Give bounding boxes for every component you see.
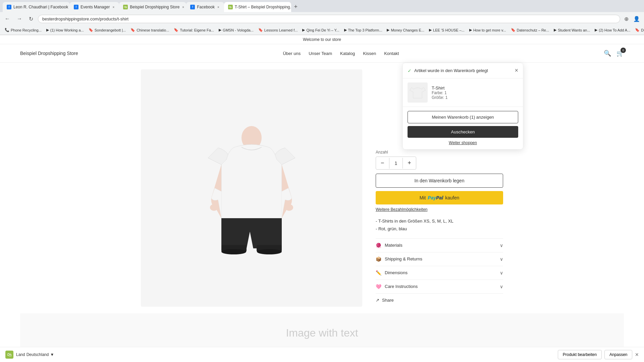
more-payment-button[interactable]: Weitere Bezahlmöglichkeiten <box>376 207 428 212</box>
extensions-button[interactable]: ⊕ <box>623 14 630 23</box>
welcome-bar: Welcome to our store <box>0 35 644 44</box>
farbe-value: 1 <box>444 90 447 95</box>
farbe-label: Farbe: <box>432 90 443 95</box>
accordion-shipping: 📦 Shipping & Returns ∨ <box>376 252 503 266</box>
bookmark-label-download: Download - Cook... <box>641 28 644 32</box>
accordion-shipping-left: 📦 Shipping & Returns <box>376 256 422 262</box>
quantity-decrease-button[interactable]: − <box>376 157 389 169</box>
cart-button[interactable]: 🛒 0 <box>616 50 624 57</box>
quantity-label: Anzahl <box>376 150 503 155</box>
product-tshirt-svg <box>195 118 309 258</box>
bookmark-lee-house[interactable]: ▶ LEE 'S HOUSE –... <box>427 27 467 33</box>
shopify-bar-close-button[interactable]: × <box>635 351 639 353</box>
tab-label-3: Beispiel Dropshipping Store <box>130 5 179 9</box>
country-value: Deutschland <box>26 352 49 353</box>
country-label: Land <box>16 352 25 353</box>
bookmark-label-top3: The Top 3 Platform... <box>348 28 382 32</box>
notification-close-button[interactable]: × <box>515 67 518 74</box>
notification-product-name: T-Shirt <box>432 85 518 90</box>
nav-kontakt[interactable]: Kontakt <box>384 51 399 56</box>
country-selector[interactable]: Land Deutschland ▼ <box>16 352 54 353</box>
accordion-shipping-header[interactable]: 📦 Shipping & Returns ∨ <box>376 252 503 266</box>
share-row[interactable]: ↗ Share <box>376 294 503 307</box>
nav-unser-team[interactable]: Unser Team <box>309 51 332 56</box>
notification-actions: Meinen Warenkorb (1) anzeigen Auschecken… <box>403 107 523 149</box>
bookmark-icon-money: ▶ <box>387 28 389 32</box>
view-cart-button[interactable]: Meinen Warenkorb (1) anzeigen <box>408 111 518 123</box>
bookmark-tutorial[interactable]: 🔖 Tutorial: Eigene Fa... <box>172 27 216 33</box>
tab-events-manager[interactable]: f Events Manager × <box>70 2 119 12</box>
profile-button[interactable]: 👤 <box>632 14 641 23</box>
svg-point-7 <box>257 249 282 254</box>
accordion-dimensions-header[interactable]: ✏️ Dimensions ∨ <box>376 266 503 280</box>
quantity-increase-button[interactable]: + <box>403 157 416 169</box>
tab-label-2: Events Manager <box>80 5 110 9</box>
add-to-cart-button[interactable]: In den Warenkorb legen <box>376 174 503 188</box>
tab-favicon-2: f <box>74 5 78 9</box>
bookmark-icon-datenschutz: 🔖 <box>511 28 516 32</box>
quantity-selector: − 1 + <box>376 157 416 170</box>
bookmark-chinese[interactable]: 🔖 Chinese translatio... <box>128 27 171 33</box>
check-icon: ✓ <box>408 68 412 73</box>
reload-button[interactable]: ↻ <box>27 14 35 23</box>
bookmark-money[interactable]: ▶ Money Changes E... <box>385 27 426 33</box>
bookmark-download[interactable]: 🔖 Download - Cook... <box>633 27 644 33</box>
checkout-button[interactable]: Auschecken <box>408 126 518 138</box>
accordion-materials-header[interactable]: 🧶 Materials ∨ <box>376 239 503 252</box>
address-bar[interactable] <box>38 15 620 23</box>
tab-facebook-leon[interactable]: f Leon R. Chaudhari | Facebook × <box>3 2 70 12</box>
nav-uber-uns[interactable]: Über uns <box>283 51 301 56</box>
accordion-care-header[interactable]: 🩷 Care Instructions ∨ <box>376 280 503 293</box>
nav-katalog[interactable]: Katalog <box>340 51 355 56</box>
customize-button[interactable]: Anpassen <box>604 350 632 353</box>
store-logo: Beispiel Dropshipping Store <box>20 51 78 56</box>
bookmark-gmsn[interactable]: ▶ GMSN - Vologda... <box>217 27 256 33</box>
bookmark-label-datenschutz: Datenschutz – Re... <box>517 28 549 32</box>
edit-product-button[interactable]: Produkt bearbeiten <box>558 350 602 353</box>
bookmark-how-add[interactable]: ▶ (2) How To Add A... <box>593 27 632 33</box>
accordion-dimensions-chevron: ∨ <box>500 270 503 276</box>
accordion-materials-label: Materials <box>385 243 402 248</box>
bookmark-top3[interactable]: ▶ The Top 3 Platform... <box>342 27 384 33</box>
tab-dropshipping-store[interactable]: 🛍 Beispiel Dropshipping Store × <box>119 2 186 12</box>
bookmark-lessons[interactable]: 🔖 Lessons Learned f... <box>256 27 300 33</box>
tab-close-2[interactable]: × <box>112 5 115 10</box>
bookmark-icon-lessons: 🔖 <box>258 28 263 32</box>
product-info: ✓ Artikel wurde in den Warenkorb gelegt … <box>376 69 503 307</box>
new-tab-button[interactable]: + <box>291 2 301 11</box>
bookmark-qing[interactable]: ▶ Qing Fei De Yi – Y... <box>300 27 341 33</box>
chevron-down-icon: ▼ <box>50 352 54 353</box>
paypal-prefix: Mit <box>420 195 426 200</box>
tab-close-4[interactable]: × <box>217 5 220 10</box>
bookmark-student[interactable]: ▶ Student Wants an... <box>552 27 592 33</box>
nav-kissen[interactable]: Kissen <box>363 51 376 56</box>
search-button[interactable]: 🔍 <box>604 50 611 57</box>
product-actions-area: Anzahl − 1 + In den Warenkorb legen Mit … <box>376 150 503 307</box>
tab-close-3[interactable]: × <box>181 5 185 10</box>
bookmark-more-v[interactable]: ▶ How to get more v... <box>467 27 508 33</box>
cart-badge: 0 <box>621 48 626 53</box>
tab-tshirt-active[interactable]: 🛍 T-Shirt – Beispiel Dropshipping... × <box>224 2 291 12</box>
paypal-button[interactable]: Mit PayPal kaufen <box>376 191 503 204</box>
bookmark-label-phone: Phone Recycling... <box>11 28 42 32</box>
tab-facebook[interactable]: f Facebook × <box>186 2 224 12</box>
bookmark-sonderangebot[interactable]: 🔖 Sonderangebott |... <box>87 27 128 33</box>
bookmark-how-working[interactable]: ▶ (1) How Working a... <box>44 27 86 33</box>
shopify-logo: 🛍 <box>5 351 13 353</box>
forward-button[interactable]: → <box>15 14 24 23</box>
back-button[interactable]: ← <box>3 14 12 23</box>
main-content: ✓ Artikel wurde in den Warenkorb gelegt … <box>121 63 523 313</box>
svg-point-5 <box>285 204 293 211</box>
bookmark-datenschutz[interactable]: 🔖 Datenschutz – Re... <box>509 27 551 33</box>
continue-shopping-button[interactable]: Weiter shoppen <box>408 140 518 145</box>
browser-chrome: f Leon R. Chaudhari | Facebook × f Event… <box>0 0 644 35</box>
shopify-bar-left: 🛍 Land Deutschland ▼ <box>5 351 54 353</box>
notification-tshirt-icon <box>409 84 426 101</box>
tab-label-4: Facebook <box>197 5 215 9</box>
bookmark-icon-tutorial: 🔖 <box>174 28 178 32</box>
tab-bar: f Leon R. Chaudhari | Facebook × f Event… <box>0 0 644 12</box>
accordion-dimensions: ✏️ Dimensions ∨ <box>376 266 503 280</box>
bookmark-phone-recycling[interactable]: 📞 Phone Recycling... <box>3 27 44 33</box>
shopify-logo-icon: 🛍 <box>7 352 12 353</box>
bookmark-icon-chinese: 🔖 <box>130 28 135 32</box>
